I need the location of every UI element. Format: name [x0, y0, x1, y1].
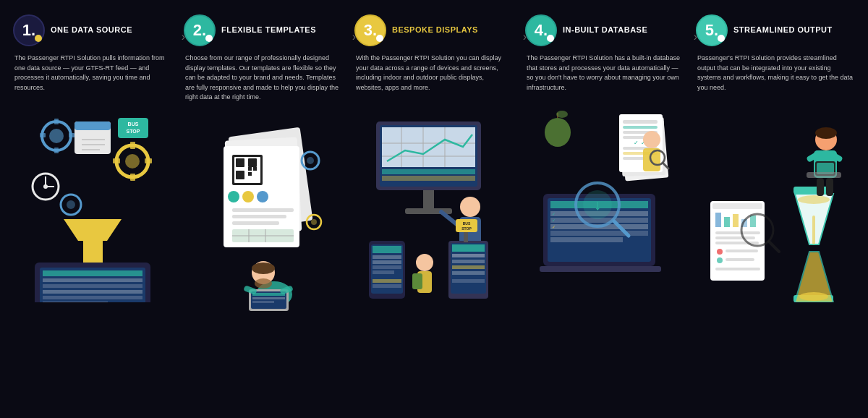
svg-rect-160 — [726, 249, 758, 252]
svg-rect-150 — [712, 203, 762, 209]
svg-text:✓: ✓ — [634, 140, 639, 146]
svg-point-168 — [799, 292, 828, 301]
svg-text:STOP: STOP — [461, 226, 472, 231]
svg-rect-81 — [382, 169, 475, 174]
step-2-illustration — [184, 110, 343, 312]
svg-rect-152 — [724, 217, 730, 227]
step-1: 1. ONE DATA SOURCE The Passenger RTPI So… — [13, 14, 172, 302]
step-5-number: 5. — [705, 21, 718, 40]
step-1-number: 1. — [22, 21, 35, 40]
svg-point-142 — [643, 131, 660, 148]
svg-point-85 — [460, 197, 480, 217]
svg-rect-92 — [373, 246, 401, 253]
step-1-desc: The Passenger RTPI Solution pulls inform… — [13, 54, 172, 93]
svg-point-148 — [556, 111, 568, 118]
svg-rect-53 — [232, 221, 279, 225]
svg-rect-101 — [452, 244, 485, 252]
svg-rect-83 — [423, 190, 434, 208]
connector-1: › — [182, 30, 185, 43]
step-4-number: 4. — [535, 21, 548, 40]
svg-rect-52 — [232, 215, 286, 218]
svg-point-61 — [311, 219, 317, 225]
step-4-illustration: ✓ ✓ ✓ ↓ — [525, 100, 684, 302]
svg-rect-134 — [623, 126, 658, 129]
svg-text:✓: ✓ — [552, 212, 556, 216]
infographic-content: 1. ONE DATA SOURCE The Passenger RTPI So… — [0, 0, 868, 418]
svg-rect-4 — [40, 133, 46, 137]
svg-rect-46 — [248, 172, 252, 176]
svg-rect-2 — [54, 119, 59, 124]
svg-rect-69 — [252, 297, 285, 299]
svg-rect-125 — [540, 266, 661, 272]
svg-rect-51 — [232, 208, 294, 212]
step-5-header: 5. STREAMLINED OUTPUT — [696, 14, 855, 46]
svg-rect-42 — [236, 158, 244, 167]
svg-point-59 — [307, 157, 314, 164]
step-2-dot — [205, 35, 213, 42]
svg-rect-120 — [550, 231, 648, 236]
svg-rect-82 — [382, 176, 475, 181]
step-3-desc: With the Passenger RTPI Solution you can… — [354, 54, 514, 93]
svg-marker-26 — [64, 219, 122, 241]
step-5-illustration — [696, 100, 855, 302]
svg-rect-45 — [248, 167, 252, 171]
step-4-dot — [547, 35, 554, 42]
svg-rect-43 — [248, 158, 257, 167]
svg-rect-133 — [623, 120, 658, 124]
svg-rect-163 — [715, 268, 760, 270]
svg-rect-7 — [75, 121, 111, 130]
step-3-header: 3. BESPOKE DISPLAYS — [354, 14, 514, 46]
svg-rect-5 — [69, 133, 75, 137]
connector-3: › — [523, 30, 527, 43]
svg-rect-155 — [750, 216, 756, 227]
svg-rect-113 — [412, 273, 422, 289]
svg-line-170 — [769, 242, 779, 252]
svg-rect-141 — [623, 157, 644, 160]
svg-text:✓: ✓ — [552, 225, 556, 229]
svg-point-48 — [228, 191, 239, 202]
svg-rect-3 — [54, 148, 59, 153]
svg-rect-179 — [826, 178, 833, 196]
svg-rect-30 — [43, 270, 142, 276]
connector-4: › — [694, 30, 697, 43]
step-2-svg — [195, 110, 332, 312]
svg-rect-151 — [715, 213, 721, 227]
svg-point-15 — [125, 154, 140, 169]
svg-rect-94 — [373, 260, 401, 264]
svg-point-111 — [416, 254, 433, 271]
connector-2: › — [352, 30, 356, 43]
svg-rect-102 — [452, 254, 485, 257]
svg-rect-96 — [373, 270, 394, 274]
step-5-svg — [707, 100, 844, 302]
svg-rect-34 — [43, 296, 142, 299]
svg-rect-47 — [253, 167, 257, 171]
svg-rect-75 — [382, 127, 475, 167]
svg-text:STOP: STOP — [127, 129, 140, 134]
svg-rect-162 — [726, 258, 754, 261]
step-2-title: FLEXIBLE TEMPLATES — [221, 25, 316, 35]
svg-point-1 — [49, 129, 64, 143]
svg-text:✓: ✓ — [552, 218, 556, 223]
svg-rect-31 — [43, 278, 142, 282]
svg-rect-98 — [373, 284, 401, 288]
step-4-header: 4. IN-BUILT DATABASE — [525, 14, 684, 46]
svg-text:↓: ↓ — [594, 197, 601, 213]
step-1-header: 1. ONE DATA SOURCE — [13, 14, 172, 46]
svg-rect-153 — [733, 214, 739, 227]
step-4-desc: The Passenger RTPI Solution has a built-… — [525, 54, 684, 93]
step-5: 5. STREAMLINED OUTPUT Passenger's RTPI S… — [696, 14, 855, 302]
step-3-dot — [376, 35, 383, 42]
step-4: 4. IN-BUILT DATABASE The Passenger RTPI … — [525, 14, 684, 302]
svg-rect-121 — [550, 237, 623, 242]
svg-point-146 — [545, 118, 571, 147]
svg-rect-143 — [643, 148, 660, 171]
svg-text:BUS: BUS — [463, 221, 471, 226]
step-5-dot — [718, 35, 725, 42]
svg-rect-97 — [373, 279, 401, 283]
step-3: 3. BESPOKE DISPLAYS With the Passenger R… — [354, 14, 514, 302]
svg-rect-18 — [113, 158, 120, 163]
svg-rect-178 — [817, 178, 824, 196]
svg-point-49 — [242, 191, 254, 202]
svg-rect-93 — [373, 255, 401, 259]
step-5-badge: 5. — [696, 14, 728, 46]
